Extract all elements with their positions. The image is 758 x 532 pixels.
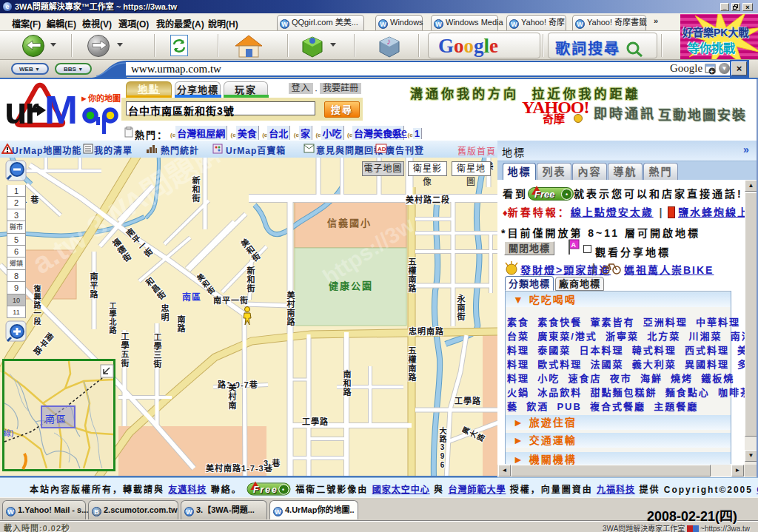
svg-text:AD: AD (378, 146, 386, 152)
svg-text:+: + (710, 68, 714, 75)
svg-text:♪: ♪ (386, 36, 391, 47)
svg-text:M: M (44, 87, 78, 132)
svg-text:►你的地圖: ►你的地圖 (80, 93, 121, 103)
svg-text:南區: 南區 (45, 414, 67, 425)
svg-text:A: A (571, 241, 577, 249)
svg-text:線): 線) (4, 428, 13, 437)
